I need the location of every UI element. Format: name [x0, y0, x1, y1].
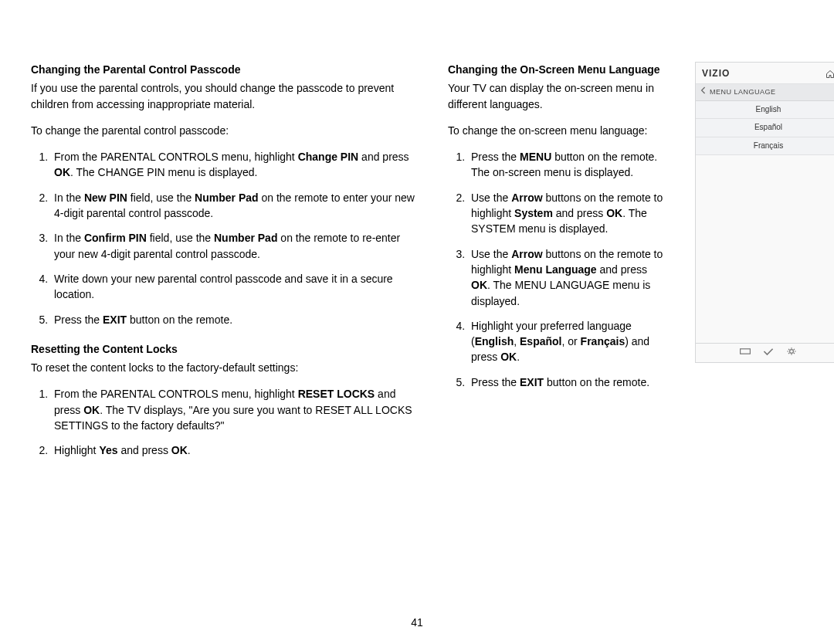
step: Use the Arrow buttons on the remote to h… — [468, 246, 664, 309]
heading-reset-locks: Resetting the Content Locks — [31, 341, 417, 357]
step: From the PARENTAL CONTROLS menu, highlig… — [51, 149, 417, 181]
page-number: 41 — [0, 615, 834, 630]
svg-rect-0 — [741, 348, 751, 353]
para-reset-lead: To reset the content locks to the factor… — [31, 360, 417, 375]
step: In the Confirm PIN field, use the Number… — [51, 230, 417, 262]
step: Use the Arrow buttons on the remote to h… — [468, 190, 664, 237]
heading-passcode: Changing the Parental Control Passcode — [31, 62, 417, 77]
back-arrow-icon — [700, 86, 707, 98]
para-ml-lead: To change the on-screen menu language: — [448, 123, 664, 138]
svg-point-1 — [790, 349, 794, 353]
home-icon — [826, 69, 834, 79]
menu-language-steps: Press the MENU button on the remote. The… — [448, 149, 664, 390]
tv-menu-header: MENU LANGUAGE — [696, 84, 834, 101]
step: Press the EXIT button on the remote. — [468, 375, 664, 390]
reset-steps: From the PARENTAL CONTROLS menu, highlig… — [31, 386, 417, 458]
tv-panel: VIZIO MENU LANGUAGE English Español Fran… — [695, 62, 834, 363]
tv-menu-item: Français — [696, 137, 834, 156]
step: Press the EXIT button on the remote. — [51, 312, 417, 327]
tv-brand-label: VIZIO — [702, 67, 730, 80]
para-ml-intro: Your TV can display the on-screen menu i… — [448, 80, 664, 112]
tv-menu-illustration: VIZIO MENU LANGUAGE English Español Fran… — [695, 62, 834, 473]
step: Highlight Yes and press OK. — [51, 442, 417, 458]
gear-icon — [785, 347, 798, 360]
passcode-steps: From the PARENTAL CONTROLS menu, highlig… — [31, 149, 417, 327]
step: In the New PIN field, use the Number Pad… — [51, 190, 417, 222]
tv-body-fill — [696, 155, 834, 342]
tv-menu-item: English — [696, 101, 834, 120]
heading-menu-language: Changing the On-Screen Menu Language — [448, 62, 664, 77]
tv-top-bar: VIZIO — [696, 63, 834, 84]
para-passcode-lead: To change the parental control passcode: — [31, 123, 417, 138]
wide-icon — [739, 347, 751, 360]
step: Write down your new parental control pas… — [51, 271, 417, 303]
tv-header-text: MENU LANGUAGE — [710, 87, 776, 97]
middle-column: Changing the On-Screen Menu Language You… — [448, 62, 664, 473]
para-passcode-intro: If you use the parental controls, you sh… — [31, 80, 417, 112]
step: Press the MENU button on the remote. The… — [468, 149, 664, 181]
step: From the PARENTAL CONTROLS menu, highlig… — [51, 386, 417, 433]
step: Highlight your preferred language (Engli… — [468, 318, 664, 365]
check-icon — [762, 347, 775, 360]
left-column: Changing the Parental Control Passcode I… — [31, 62, 417, 473]
tv-menu-item: Español — [696, 119, 834, 137]
tv-footer — [696, 343, 834, 363]
